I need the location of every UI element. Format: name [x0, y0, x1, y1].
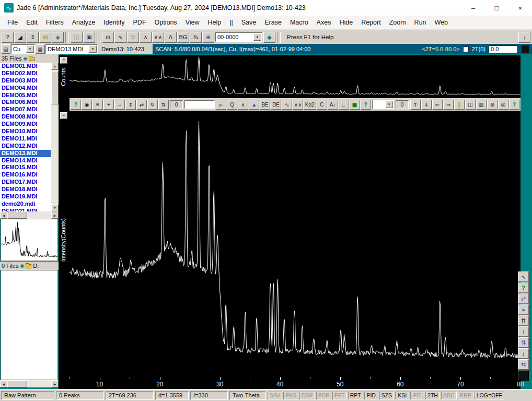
status-flag-pft[interactable]: PFT	[332, 392, 347, 399]
status-flag-ksi[interactable]: KSI	[395, 392, 409, 399]
zoom-tool-button[interactable]: Q	[227, 100, 237, 110]
menu-file[interactable]: File	[3, 19, 22, 26]
ka2-strip-button[interactable]: Kα2	[304, 100, 316, 110]
print-button[interactable]: ◫	[71, 32, 83, 43]
pointer-tool-button[interactable]: ▻	[216, 100, 226, 110]
file-item[interactable]: DEMO02.MDI	[0, 70, 51, 77]
retrieve-pdf-button[interactable]: ◆	[263, 32, 275, 43]
status-flag-abc[interactable]: ABC	[441, 392, 457, 399]
open-file-button[interactable]: ▤	[39, 32, 51, 43]
scale-axis-button[interactable]: A↕	[328, 100, 338, 110]
background-edit-button[interactable]: BE	[260, 100, 270, 110]
chevron-down-icon[interactable]: ▼	[26, 45, 34, 53]
scrollbar-track[interactable]	[7, 211, 51, 219]
file-item[interactable]: DEMO13.MDI	[0, 150, 51, 157]
file-item[interactable]: DEMO09.MDI	[0, 121, 51, 128]
menu-view[interactable]: View	[181, 19, 204, 26]
file-item[interactable]: DEMO14.MDI	[0, 157, 51, 164]
pan-left-right-button[interactable]: ⇔	[114, 100, 125, 110]
close-button[interactable]: ×	[508, 0, 532, 16]
file-item[interactable]: DEMO04.MDI	[0, 85, 51, 92]
smooth-view-button[interactable]: ≈	[518, 304, 529, 315]
scrollbar-thumb[interactable]	[51, 71, 59, 104]
main-pattern-canvas[interactable]	[70, 111, 521, 377]
file-item[interactable]: DEMO01.MDI	[0, 63, 51, 70]
menu-identify[interactable]: Identify	[99, 19, 129, 26]
save-diamond-button[interactable]: ◈	[52, 32, 64, 43]
two-theta-zero-checkbox[interactable]	[463, 46, 469, 52]
view-icon[interactable]: ◉	[20, 264, 24, 268]
status-flag-sav[interactable]: SAV	[268, 392, 282, 399]
status-flag-szs[interactable]: SZS	[379, 392, 394, 399]
scroll-up-button[interactable]: ⇑	[410, 100, 421, 110]
menu-pdf[interactable]: PDF	[129, 19, 151, 26]
status-peaks[interactable]: 0 Peaks	[56, 391, 104, 400]
status-flag-rrp[interactable]: RRP	[458, 392, 473, 399]
restore-view-button[interactable]: ↻	[147, 100, 158, 110]
zoom-range-combo[interactable]: ▼	[372, 100, 394, 109]
file-item[interactable]: DEMO15.MDI	[0, 164, 51, 171]
status-flag-pks[interactable]: PKS	[283, 392, 298, 399]
scrollbar-thumb[interactable]	[7, 211, 27, 219]
chevron-down-icon[interactable]: ▼	[89, 45, 97, 53]
scroll-left-arrow-icon[interactable]: ◀	[0, 211, 7, 219]
folder-icon[interactable]	[29, 57, 34, 61]
chevron-down-icon[interactable]: ▼	[385, 101, 393, 108]
file-item[interactable]: demo20.mdi	[0, 200, 51, 208]
smooth-data-button[interactable]: ∿	[282, 100, 292, 110]
menu-separator[interactable]: ||	[225, 19, 237, 26]
marker-tool-button[interactable]: ∥	[454, 100, 465, 110]
fraction-button[interactable]: ¾	[190, 32, 202, 43]
menu-hide[interactable]: Hide	[335, 19, 357, 26]
anode-combo[interactable]: Cu ▼	[11, 44, 35, 54]
file-item[interactable]: DEMO18.MDI	[0, 186, 51, 193]
peak-label-button[interactable]: ∧	[238, 100, 248, 110]
help-zoom-button[interactable]: ?	[361, 100, 371, 110]
line-width-button[interactable]: ≡	[92, 100, 103, 110]
tile-view-button[interactable]: ▦	[350, 100, 360, 110]
scan-options-button[interactable]	[521, 45, 529, 53]
file-item[interactable]: DEMO10.MDI	[0, 128, 51, 135]
help-button[interactable]: ?	[2, 32, 14, 43]
pan-horizontal-button[interactable]: ⇆	[518, 359, 529, 370]
swap-axes-button[interactable]: ⇄	[518, 293, 529, 304]
record-button[interactable]: ◎	[498, 100, 508, 110]
scroll-right-arrow-icon[interactable]: ▶	[51, 380, 59, 387]
help-right-button[interactable]: ?	[509, 100, 519, 110]
data-edit-button[interactable]: DE	[271, 100, 281, 110]
dual-peaks-button[interactable]: ∧∧	[152, 32, 164, 43]
pattern-stack-button[interactable]: ▦	[36, 44, 45, 54]
shift-up-button[interactable]: ↑	[518, 326, 529, 337]
lower-hscrollbar[interactable]: ◀ ▶	[0, 380, 59, 387]
menu-help[interactable]: Help	[204, 19, 226, 26]
status-flag-pdf[interactable]: PDF	[316, 392, 331, 399]
pattern-filter-input[interactable]	[184, 100, 215, 109]
preview-pattern-canvas[interactable]	[1, 219, 57, 261]
bg-button[interactable]: BG	[177, 32, 189, 43]
display-mode-button[interactable]: ◉	[82, 100, 92, 110]
menu-save[interactable]: Save	[237, 19, 261, 26]
file-item[interactable]: DEMO12.MDI	[0, 143, 51, 150]
top-pattern-canvas[interactable]	[70, 55, 521, 98]
file-item[interactable]: DEMO16.MDI	[0, 171, 51, 179]
pan-up-down-button[interactable]: ⇕	[125, 100, 136, 110]
split-window-button[interactable]: ◫	[465, 100, 476, 110]
status-mode[interactable]: Raw Pattern	[1, 391, 54, 400]
page-up-button[interactable]: ⇈	[518, 315, 529, 326]
status-flag-logoff[interactable]: LOG=OFF	[475, 392, 504, 399]
file-item[interactable]: DEMO03.MDI	[0, 77, 51, 85]
menu-web[interactable]: Web	[431, 19, 452, 26]
file-list-hscrollbar[interactable]: ◀ ▶	[0, 211, 59, 219]
file-item[interactable]: DEMO17.MDI	[0, 179, 51, 186]
minimize-button[interactable]: –	[461, 0, 485, 16]
help-display-button[interactable]: ?	[71, 100, 81, 110]
shift-down-button[interactable]: ↓	[518, 348, 529, 359]
instrument-setup-button[interactable]: ◢	[14, 32, 26, 43]
peak-marks-button[interactable]: ∧	[140, 32, 152, 43]
menu-axes[interactable]: Axes	[313, 19, 336, 26]
file-item[interactable]: DEMO05.MDI	[0, 92, 51, 99]
corner-button[interactable]	[518, 370, 529, 381]
file-item[interactable]: DEMO06.MDI	[0, 99, 51, 106]
main-chart-grip[interactable]: ≡	[60, 112, 67, 119]
menu-edit[interactable]: Edit	[22, 19, 42, 26]
